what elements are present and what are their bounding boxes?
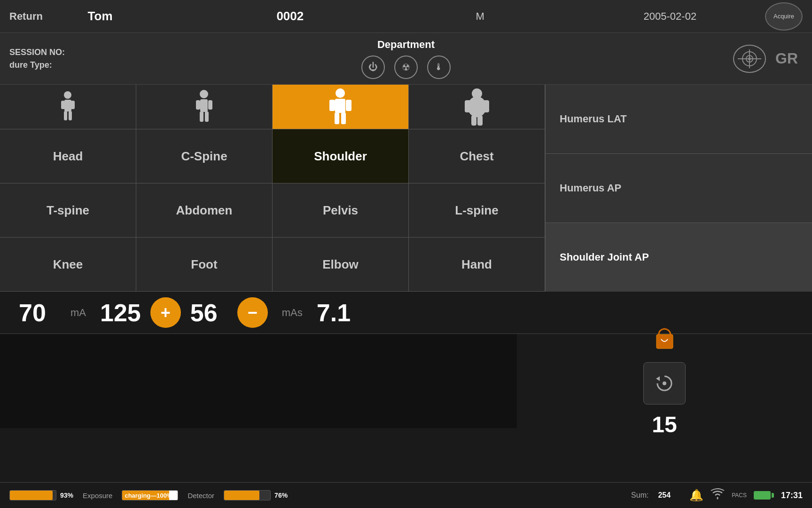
part-chest[interactable]: Chest (409, 129, 545, 183)
part-pelvis[interactable]: Pelvis (273, 183, 409, 237)
top-bar: Return Tom 0002 M 2005-02-02 Acquire (0, 0, 812, 33)
status-icons: 🔔 PACS 17:31 (689, 488, 803, 503)
detector-label: Detector (187, 492, 214, 500)
svg-rect-6 (64, 100, 71, 111)
figure-heavy[interactable] (409, 85, 545, 129)
detector-container: 76% (224, 490, 288, 500)
battery-icon (754, 491, 774, 500)
icon-row: ⏻ ☢ 🌡 (208, 56, 604, 79)
reset-button[interactable] (643, 362, 686, 405)
figure-teen[interactable] (136, 85, 273, 129)
part-hand[interactable]: Hand (409, 238, 545, 291)
radiation-icon[interactable]: ☢ (394, 56, 418, 79)
dropdown-panel: Humerus LAT Humerus AP Shoulder Joint AP (545, 85, 812, 292)
dropdown-humerus-lat[interactable]: Humerus LAT (546, 85, 812, 154)
bottom-number: 15 (652, 412, 677, 437)
exposure-label: Exposure (83, 492, 112, 500)
wifi-icon (710, 488, 725, 503)
bottom-right: 15 (517, 334, 812, 428)
patient-dob: 2005-02-02 (575, 10, 765, 23)
figures-row (0, 85, 545, 129)
mas-value: 56 (190, 299, 228, 327)
svg-rect-8 (71, 101, 75, 109)
image-preview (0, 334, 517, 428)
ma-unit: mA (70, 307, 86, 319)
patient-id: 0002 (195, 9, 385, 24)
procedure-type-label: dure Type: (9, 60, 208, 70)
part-lspine[interactable]: L-spine (409, 183, 545, 237)
part-cspine[interactable]: C-Spine (136, 129, 273, 183)
svg-rect-14 (208, 100, 212, 110)
right-icon-area: GR (604, 45, 803, 73)
svg-point-31 (663, 381, 666, 385)
svg-point-11 (200, 90, 208, 98)
part-elbow[interactable]: Elbow (273, 238, 409, 291)
plus-button[interactable]: + (150, 297, 181, 328)
content-area: Head C-Spine Shoulder Chest T-spine Abdo… (0, 85, 812, 292)
status-bar: 93% Exposure charging—100% Detector 76% … (0, 482, 812, 508)
sum-value: 254 (658, 491, 671, 500)
figure-adult[interactable] (273, 85, 409, 129)
svg-rect-25 (465, 100, 471, 112)
kvp-value: 7.1 (317, 299, 364, 327)
parts-row-1: Head C-Spine Shoulder Chest (0, 129, 545, 183)
department-label: Department (208, 39, 604, 51)
progress-1-label: 93% (60, 492, 73, 499)
target-icon[interactable] (733, 45, 766, 73)
bucket-icon[interactable] (652, 325, 678, 355)
thermometer-icon[interactable]: 🌡 (427, 56, 451, 79)
svg-rect-13 (196, 100, 200, 110)
svg-rect-9 (64, 111, 67, 120)
dropdown-shoulder-joint-ap[interactable]: Shoulder Joint AP (546, 223, 812, 292)
part-knee[interactable]: Knee (0, 238, 136, 291)
exposure-bar: charging—100% (122, 490, 178, 500)
svg-marker-30 (656, 376, 660, 381)
svg-rect-18 (335, 99, 345, 113)
department-section: Department ⏻ ☢ 🌡 (208, 39, 604, 79)
detector-bar (224, 490, 271, 500)
svg-point-17 (336, 88, 345, 98)
svg-rect-22 (341, 112, 346, 124)
left-panel: Head C-Spine Shoulder Chest T-spine Abdo… (0, 85, 545, 292)
patient-gender: M (385, 10, 575, 23)
controls-row: 70 mA 125 + 56 − mAs 7.1 (0, 292, 812, 334)
svg-rect-10 (69, 111, 72, 120)
ma-value: 70 (19, 299, 56, 327)
svg-rect-16 (205, 111, 209, 122)
exposure-value: charging—100% (125, 492, 172, 499)
part-abdomen[interactable]: Abdomen (136, 183, 273, 237)
patient-name: Tom (5, 9, 195, 24)
minus-button[interactable]: − (237, 297, 268, 328)
exposure-white (169, 490, 178, 500)
svg-rect-21 (335, 112, 339, 124)
parts-row-3: Knee Foot Elbow Hand (0, 238, 545, 292)
progress-1-bar (9, 490, 56, 500)
detector-label2: 76% (274, 492, 288, 499)
svg-rect-20 (346, 100, 351, 111)
pacs-label: PACS (732, 492, 747, 499)
svg-rect-12 (200, 99, 208, 112)
part-shoulder[interactable]: Shoulder (273, 129, 409, 183)
svg-rect-27 (471, 115, 476, 126)
power-icon[interactable]: ⏻ (361, 56, 385, 79)
kv-value: 125 (100, 299, 141, 327)
bell-icon[interactable]: 🔔 (689, 489, 703, 502)
part-foot[interactable]: Foot (136, 238, 273, 291)
svg-rect-19 (329, 100, 335, 111)
detector-fill (224, 491, 259, 500)
figure-child[interactable] (0, 85, 136, 129)
dropdown-humerus-ap[interactable]: Humerus AP (546, 154, 812, 223)
svg-rect-28 (477, 115, 483, 126)
svg-rect-7 (61, 101, 65, 109)
part-head[interactable]: Head (0, 129, 136, 183)
session-info: SESSION NO: dure Type: (9, 48, 208, 70)
acquire-button[interactable]: Acquire (765, 2, 803, 31)
part-tspine[interactable]: T-spine (0, 183, 136, 237)
svg-point-4 (748, 57, 751, 60)
session-no-label: SESSION NO: (9, 48, 208, 57)
gr-label: GR (775, 50, 798, 67)
time-display: 17:31 (781, 491, 803, 500)
mas-unit: mAs (282, 307, 303, 319)
parts-row-2: T-spine Abdomen Pelvis L-spine (0, 183, 545, 238)
progress-1-container: 93% (9, 490, 73, 500)
